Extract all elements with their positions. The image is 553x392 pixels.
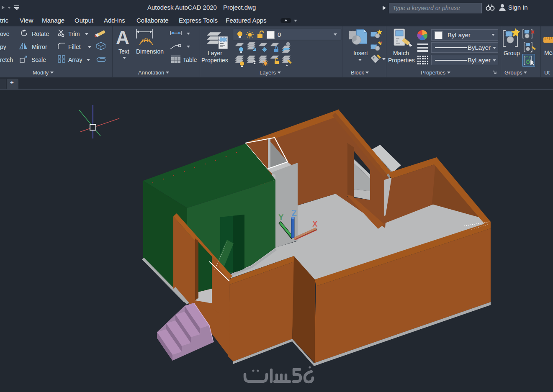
svg-text:Y: Y (279, 214, 283, 221)
svg-text:X: X (313, 220, 317, 228)
svg-text:Z: Z (292, 209, 296, 218)
